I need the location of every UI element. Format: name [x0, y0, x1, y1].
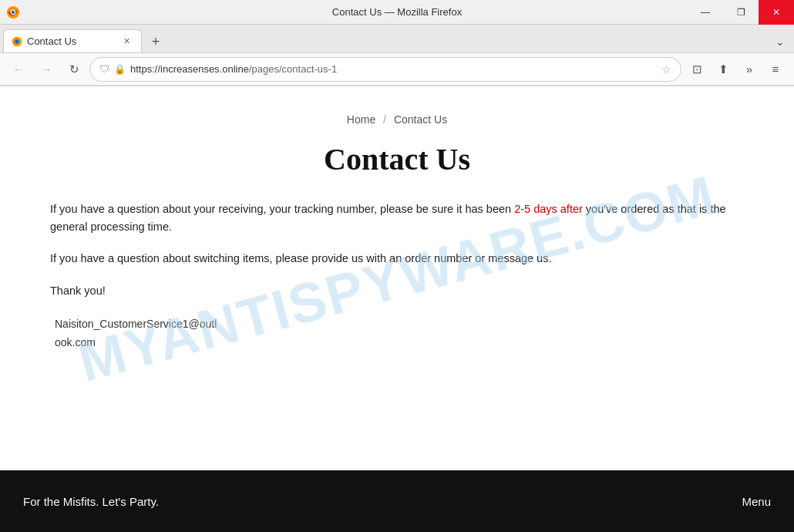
breadcrumb: Home / Contact Us — [50, 113, 744, 126]
email-block: Naisiton_CustomerService1@outl ook.com — [50, 315, 744, 352]
new-tab-button[interactable]: + — [145, 31, 167, 52]
url-path: /pages/contact-us-1 — [249, 63, 337, 75]
tab-favicon — [12, 36, 22, 47]
lock-icon: 🔒 — [114, 64, 126, 75]
tab-label: Contact Us — [27, 35, 76, 47]
page-content: Home / Contact Us Contact Us If you have… — [19, 86, 775, 367]
footer-tagline: For the Misfits. Let's Party. — [23, 495, 159, 508]
share-button[interactable]: ⬆ — [711, 57, 735, 82]
paragraph-2: If you have a question about switching i… — [50, 250, 744, 268]
svg-point-4 — [15, 39, 19, 44]
url-domain: https://increasenses.online — [130, 63, 249, 75]
footer-menu-label: Menu — [742, 495, 771, 508]
url-text: https://increasenses.online/pages/contac… — [130, 63, 657, 75]
close-button[interactable]: ✕ — [759, 0, 794, 25]
refresh-button[interactable]: ↻ — [62, 57, 86, 82]
url-bar[interactable]: 🛡 🔒 https://increasenses.online/pages/co… — [89, 57, 681, 82]
titlebar-controls: — ❐ ✕ — [688, 0, 794, 24]
breadcrumb-home-link[interactable]: Home — [347, 113, 375, 126]
tab-close-button[interactable]: ✕ — [119, 35, 133, 49]
paragraph-1: If you have a question about your receiv… — [50, 200, 744, 236]
nav-right-buttons: ⊡ ⬆ » ≡ — [685, 57, 788, 82]
back-button[interactable]: ← — [6, 57, 31, 82]
bookmark-star-icon[interactable]: ☆ — [661, 63, 671, 76]
titlebar-left — [0, 5, 20, 19]
paragraph1-before: If you have a question about your receiv… — [50, 203, 416, 215]
maximize-button[interactable]: ❐ — [723, 0, 759, 25]
email-line2: ook.com — [55, 334, 744, 352]
email-line1: Naisiton_CustomerService1@outl — [55, 315, 744, 334]
minimize-button[interactable]: — — [688, 0, 723, 25]
svg-point-2 — [12, 10, 15, 13]
site-header-hint — [50, 102, 744, 113]
titlebar-title: Contact Us — Mozilla Firefox — [332, 6, 462, 18]
forward-button[interactable]: → — [34, 57, 59, 82]
menu-button[interactable]: ≡ — [763, 57, 788, 82]
tabbar: Contact Us ✕ + ⌄ — [0, 25, 794, 53]
page-heading: Contact Us — [50, 141, 744, 177]
tab-dropdown-button[interactable]: ⌄ — [769, 31, 791, 52]
paragraph1-red: 2-5 days after — [514, 203, 583, 215]
footer: For the Misfits. Let's Party. Menu — [0, 470, 794, 532]
titlebar: Contact Us — Mozilla Firefox — ❐ ✕ — [0, 0, 794, 25]
shield-icon: 🛡 — [99, 63, 109, 75]
navbar: ← → ↻ 🛡 🔒 https://increasenses.online/pa… — [0, 53, 794, 86]
breadcrumb-current: Contact Us — [394, 113, 447, 126]
paragraph1-highlight: be sure it has been — [416, 203, 514, 215]
breadcrumb-separator: / — [383, 113, 386, 126]
website-content: MYANTISPYWARE.COM Home / Contact Us Cont… — [0, 86, 794, 470]
more-tools-button[interactable]: » — [737, 57, 762, 82]
active-tab[interactable]: Contact Us ✕ — [3, 29, 142, 52]
pocket-button[interactable]: ⊡ — [685, 57, 709, 82]
firefox-icon — [6, 5, 20, 19]
thank-you-text: Thank you! — [50, 282, 744, 300]
